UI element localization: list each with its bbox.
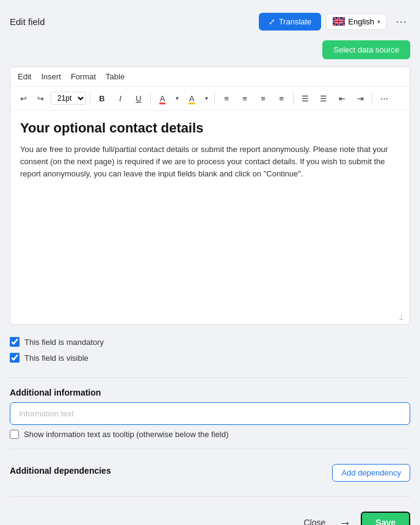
menu-format[interactable]: Format	[71, 72, 96, 81]
visible-label[interactable]: This field is visible	[24, 353, 89, 363]
tooltip-label[interactable]: Show information text as tooltip (otherw…	[24, 430, 228, 439]
editor-content[interactable]: Your optional contact details You are fr…	[10, 110, 410, 324]
section-divider-3	[10, 496, 410, 497]
font-color-button[interactable]: A	[154, 90, 170, 106]
editor-menu-bar: Edit Insert Format Table	[10, 67, 410, 87]
editor-heading: Your optional contact details	[20, 120, 400, 136]
translate-button[interactable]: ⤢ Translate	[259, 13, 322, 31]
tooltip-checkbox[interactable]	[10, 430, 19, 439]
align-right-button[interactable]: ≡	[255, 90, 271, 106]
more-formatting-button[interactable]: ⋯	[376, 90, 392, 106]
outdent-button[interactable]: ⇤	[334, 90, 350, 106]
menu-edit[interactable]: Edit	[18, 72, 31, 81]
info-text-input[interactable]	[10, 402, 410, 425]
formatting-bar: ↩ ↪ 21pt 12pt 14pt 16pt 18pt 24pt B I U …	[10, 87, 410, 110]
divider-2	[150, 93, 151, 104]
language-selector[interactable]: English ▾	[326, 13, 387, 30]
dependencies-section: Additional dependencies Add dependency	[10, 459, 410, 487]
highlight-button[interactable]: A	[184, 90, 200, 106]
checkboxes-section: This field is mandatory This field is vi…	[10, 332, 410, 368]
header-actions: ⤢ Translate English ▾ ⋯	[259, 12, 410, 31]
ellipsis-icon: ⋯	[396, 15, 407, 28]
ordered-list-button[interactable]: ☰	[316, 90, 331, 106]
mandatory-checkbox-row: This field is mandatory	[10, 337, 410, 347]
italic-button[interactable]: I	[112, 90, 128, 106]
undo-button[interactable]: ↩	[15, 90, 31, 106]
divider-5	[372, 93, 372, 104]
save-button[interactable]: Save	[361, 512, 410, 525]
page-title: Edit field	[10, 16, 45, 27]
align-left-button[interactable]: ≡	[219, 90, 234, 106]
mandatory-checkbox[interactable]	[10, 337, 20, 347]
font-color-dropdown[interactable]: ▾	[173, 90, 181, 106]
more-options-button[interactable]: ⋯	[392, 12, 410, 31]
menu-insert[interactable]: Insert	[41, 72, 61, 81]
redo-button[interactable]: ↪	[32, 90, 48, 106]
divider-4	[293, 93, 294, 104]
font-size-select[interactable]: 21pt 12pt 14pt 16pt 18pt 24pt	[51, 92, 86, 105]
arrow-icon: →	[339, 516, 351, 526]
additional-info-title: Additional information	[10, 388, 410, 397]
footer-actions: Close → Save	[10, 512, 410, 525]
data-source-row: Select data source	[10, 40, 410, 59]
uk-flag-icon	[333, 17, 345, 26]
visible-checkbox[interactable]	[10, 353, 20, 363]
visible-checkbox-row: This field is visible	[10, 353, 410, 363]
header-row: Edit field ⤢ Translate English ▾ ⋯	[10, 10, 410, 33]
close-button[interactable]: Close	[298, 514, 332, 525]
resize-handle[interactable]: ⟘	[399, 313, 407, 322]
highlight-dropdown[interactable]: ▾	[202, 90, 211, 106]
align-center-button[interactable]: ≡	[237, 90, 253, 106]
undo-redo-group: ↩ ↪	[15, 90, 48, 106]
translate-icon: ⤢	[269, 17, 275, 26]
bold-button[interactable]: B	[94, 90, 110, 106]
additional-info-section: Additional information Show information …	[10, 388, 410, 439]
unordered-list-button[interactable]: ☰	[297, 90, 313, 106]
editor-body: You are free to provide full/partial con…	[20, 143, 400, 180]
select-data-source-button[interactable]: Select data source	[322, 40, 410, 59]
section-divider-2	[10, 449, 410, 449]
section-divider-1	[10, 377, 410, 378]
highlight-icon: A	[189, 94, 195, 103]
tooltip-checkbox-row: Show information text as tooltip (otherw…	[10, 430, 410, 439]
language-label: English	[348, 17, 374, 26]
chevron-down-icon: ▾	[377, 18, 380, 25]
font-color-indicator	[159, 103, 165, 104]
dependencies-title: Additional dependencies	[10, 466, 111, 476]
indent-button[interactable]: ⇥	[352, 90, 368, 106]
translate-label: Translate	[279, 17, 312, 26]
align-justify-button[interactable]: ≡	[273, 90, 289, 106]
mandatory-label[interactable]: This field is mandatory	[24, 338, 104, 347]
menu-table[interactable]: Table	[106, 72, 125, 81]
add-dependency-button[interactable]: Add dependency	[332, 464, 410, 482]
highlight-indicator	[189, 103, 195, 104]
divider-1	[90, 93, 90, 104]
editor-container: Edit Insert Format Table ↩ ↪ 21pt 12pt 1…	[10, 67, 410, 325]
underline-button[interactable]: U	[131, 90, 147, 106]
font-color-icon: A	[160, 94, 165, 103]
divider-3	[214, 93, 215, 104]
